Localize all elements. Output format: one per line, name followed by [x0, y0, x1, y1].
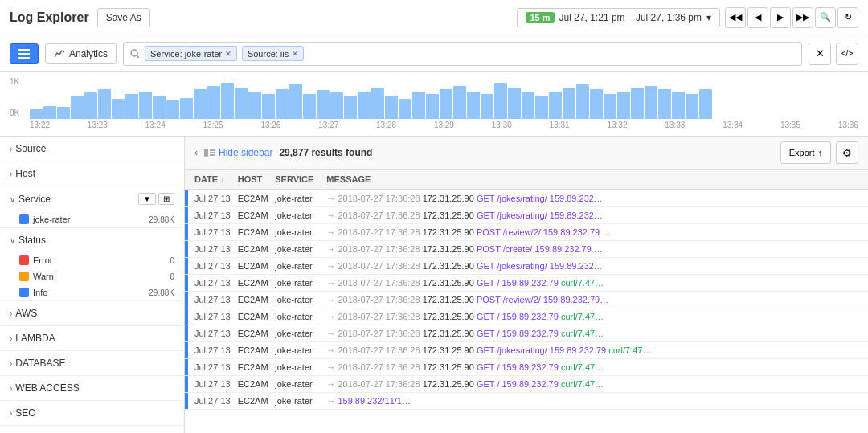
- source-filter-close[interactable]: ×: [292, 48, 298, 59]
- row-service: joke-rater: [268, 190, 320, 207]
- service-filter-tag[interactable]: Service: joke-rater ×: [145, 46, 237, 61]
- nav-next-next-button[interactable]: ▶▶: [792, 7, 813, 28]
- sidebar-icon: [204, 149, 215, 157]
- sidebar-item-service[interactable]: ∨Service ▼ ⊞: [0, 186, 184, 211]
- chart-x-label: 13:35: [780, 121, 800, 129]
- checkbox-joke-rater[interactable]: [19, 214, 29, 224]
- table-subheader: ‹ Hide sidebar 29,877 results found Expo…: [185, 137, 868, 170]
- service-filter-close[interactable]: ×: [225, 48, 231, 59]
- chart-bar: [631, 88, 644, 119]
- chart-y-min: 0K: [10, 108, 19, 117]
- table-row[interactable]: Jul 27 13:36:29.536EC2AMAZ-B3FLLIUjoke-r…: [185, 241, 868, 258]
- sidebar-item-error[interactable]: Error 0: [0, 252, 184, 268]
- hide-sidebar-button[interactable]: Hide sidebar: [204, 147, 272, 158]
- row-date: Jul 27 13:36:29.536: [188, 207, 231, 224]
- date-col-header[interactable]: DATE ↓: [188, 170, 231, 190]
- table-row[interactable]: Jul 27 13:36:29.536EC2AMAZ-B3FLLIUjoke-r…: [185, 258, 868, 275]
- service-filter-label: Service: joke-rater: [150, 49, 222, 59]
- chart-bar: [71, 96, 84, 119]
- nav-prev-prev-button[interactable]: ◀◀: [725, 7, 746, 28]
- database-label: DATABASE: [15, 357, 65, 369]
- search-icon: [130, 49, 140, 59]
- service-col-header[interactable]: SERVICE: [268, 170, 320, 190]
- host-col-header[interactable]: HOST: [231, 170, 269, 190]
- chart-bar: [453, 86, 466, 119]
- svg-rect-6: [210, 149, 215, 151]
- row-host: EC2AMAZ-B3FLLIU: [231, 224, 269, 241]
- table-row[interactable]: Jul 27 13:36:29.536EC2AMAZ-B3FLLIUjoke-r…: [185, 292, 868, 308]
- row-host: EC2AMAZ-B3FLLIU: [231, 325, 269, 342]
- table-settings-button[interactable]: ⚙: [836, 141, 858, 164]
- row-date: Jul 27 13:36:29.536: [188, 308, 231, 325]
- sidebar-item-host[interactable]: ›Host: [0, 161, 184, 186]
- table-row[interactable]: Jul 27 13:36:29.536EC2AMAZ-B3FLLIUjoke-r…: [185, 342, 868, 359]
- sidebar-item-joke-rater[interactable]: joke-rater 29.88K: [0, 211, 184, 227]
- chart-bar: [645, 86, 657, 119]
- list-view-button[interactable]: [10, 43, 39, 64]
- table-row[interactable]: Jul 27 13:36:29.536EC2AMAZ-B3FLLIUjoke-r…: [185, 376, 868, 393]
- chart-bar: [317, 90, 330, 119]
- refresh-button[interactable]: ↻: [837, 7, 858, 28]
- sidebar-item-warn[interactable]: Warn 0: [0, 268, 184, 284]
- message-col-header[interactable]: MESSAGE: [320, 170, 868, 190]
- row-service: joke-rater: [268, 308, 320, 325]
- checkbox-info[interactable]: [19, 288, 29, 297]
- service-group-btn[interactable]: ⊞: [158, 193, 174, 205]
- nav-prev-button[interactable]: ◀: [747, 7, 768, 28]
- sidebar-item-source[interactable]: ›Source: [0, 137, 184, 161]
- table-row[interactable]: Jul 27 13:36:29.536EC2AMAZ-B3FLLIUjoke-r…: [185, 275, 868, 292]
- chart-bar: [535, 96, 548, 119]
- sidebar-item-info[interactable]: Info 29.88K: [0, 284, 184, 300]
- code-view-button[interactable]: </>: [836, 43, 858, 65]
- svg-rect-7: [210, 152, 215, 153]
- chart-bar: [699, 89, 712, 119]
- table-row[interactable]: Jul 27 13:36:29.536EC2AMAZ-B3FLLIUjoke-r…: [185, 207, 868, 224]
- row-service: joke-rater: [268, 292, 320, 308]
- time-range-selector[interactable]: 15 m Jul 27, 1:21 pm – Jul 27, 1:36 pm ▾: [517, 8, 720, 27]
- table-row[interactable]: Jul 27 13:36:29.536EC2AMAZ-B3FLLIUjoke-r…: [185, 359, 868, 376]
- row-date: Jul 27 13:36:29.536: [188, 359, 231, 376]
- chart-bar: [481, 94, 493, 119]
- chart-bar: [358, 92, 371, 119]
- table-row[interactable]: Jul 27 13:36:29.536EC2AMAZ-B3FLLIUjoke-r…: [185, 308, 868, 325]
- chart-x-label: 13:23: [88, 121, 108, 129]
- chart-bar: [221, 83, 234, 119]
- row-service: joke-rater: [268, 207, 320, 224]
- chart-x-label: 13:31: [550, 121, 570, 129]
- table-row[interactable]: Jul 27 13:36:29.536EC2AMAZ-B3FLLIUjoke-r…: [185, 224, 868, 241]
- sidebar-item-seo[interactable]: ›SEO: [0, 401, 184, 425]
- source-label: Source: [15, 143, 46, 154]
- source-filter-tag[interactable]: Source: iis ×: [242, 46, 304, 61]
- row-host: EC2AMAZ-B3FLLIU: [231, 275, 269, 292]
- row-host: EC2AMAZ-B3FLLIU: [231, 376, 269, 393]
- table-row[interactable]: Jul 27 13:36:29.536EC2AMAZ-B3FLLIUjoke-r…: [185, 325, 868, 342]
- checkbox-warn[interactable]: [19, 272, 29, 281]
- time-badge: 15 m: [526, 12, 554, 23]
- results-count: 29,877 results found: [279, 147, 372, 158]
- search-button[interactable]: 🔍: [815, 7, 836, 28]
- table-row[interactable]: Jul 27 13:36:29.536EC2AMAZ-B3FLLIUjoke-r…: [185, 393, 868, 410]
- chart-area: 1K 0K 13:2213:2313:2413:2513:2613:2713:2…: [0, 72, 868, 137]
- chart-bar: [344, 96, 357, 119]
- sidebar-item-lambda[interactable]: ›LAMBDA: [0, 326, 184, 350]
- sidebar-item-database[interactable]: ›DATABASE: [0, 351, 184, 375]
- sidebar-item-web-access[interactable]: ›WEB ACCESS: [0, 376, 184, 400]
- save-as-button[interactable]: Save As: [97, 8, 150, 27]
- table-row[interactable]: Jul 27 13:36:29.536EC2AMAZ-B3FLLIUjoke-r…: [185, 190, 868, 207]
- service-filter-btn[interactable]: ▼: [138, 193, 156, 205]
- sidebar-item-aws[interactable]: ›AWS: [0, 301, 184, 325]
- chart-x-label: 13:33: [665, 121, 685, 129]
- chart-y-max: 1K: [10, 77, 19, 86]
- row-host: EC2AMAZ-B3FLLIU: [231, 207, 269, 224]
- checkbox-error[interactable]: [19, 255, 29, 265]
- chart-x-labels: 13:2213:2313:2413:2513:2613:2713:2813:29…: [30, 121, 858, 129]
- export-button[interactable]: Export ↑: [780, 141, 831, 164]
- host-label: Host: [15, 168, 35, 179]
- chart-bar: [604, 94, 616, 119]
- row-date: Jul 27 13:36:29.536: [188, 241, 231, 258]
- nav-next-button[interactable]: ▶: [770, 7, 791, 28]
- sidebar-item-status[interactable]: ∨Status: [0, 228, 184, 252]
- row-host: EC2AMAZ-B3FLLIU: [231, 241, 269, 258]
- clear-button[interactable]: ✕: [809, 43, 831, 65]
- analytics-button[interactable]: Analytics: [45, 43, 117, 64]
